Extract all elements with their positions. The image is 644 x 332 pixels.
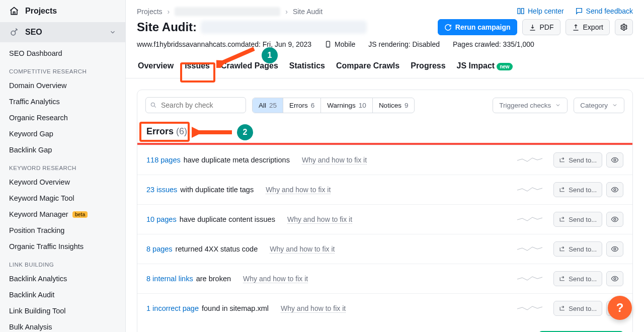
send-to-button[interactable]: Send to... [553, 212, 602, 227]
errors-title: Errors [146, 126, 174, 136]
issue-text: 10 pages have duplicate content issuesWh… [146, 215, 352, 224]
sidebar-item[interactable]: Keyword Managerbeta [0, 206, 125, 222]
issue-link[interactable]: 10 pages [146, 215, 177, 223]
visibility-button[interactable] [606, 271, 623, 286]
tab-compare-crawls[interactable]: Compare Crawls [335, 57, 400, 78]
sidebar-top[interactable]: Projects [0, 0, 125, 22]
eye-icon [611, 156, 619, 164]
visibility-button[interactable] [606, 152, 623, 168]
issue-rows: 118 pages have duplicate meta descriptio… [137, 145, 632, 323]
sidebar-item[interactable]: Keyword Gap [0, 126, 125, 142]
sidebar-item[interactable]: Bulk Analysis [0, 319, 125, 332]
chevron-down-icon [612, 102, 618, 108]
row-actions: Send to... [553, 271, 623, 286]
sidebar-item[interactable]: Traffic Analytics [0, 94, 125, 110]
sidebar-group-label: KEYWORD RESEARCH [0, 158, 125, 174]
upload-icon [572, 24, 580, 31]
sidebar-item[interactable]: Position Tracking [0, 222, 125, 238]
breadcrumb-root[interactable]: Projects [137, 8, 163, 16]
why-fix-link[interactable]: Why and how to fix it [287, 215, 352, 224]
issue-link[interactable]: 118 pages [146, 156, 181, 164]
chevron-right-icon: › [168, 8, 170, 16]
chevron-down-icon [555, 102, 561, 108]
tab-crawled-pages[interactable]: Crawled Pages [220, 57, 279, 78]
issue-description: have duplicate meta descriptions [184, 156, 290, 164]
why-fix-link[interactable]: Why and how to fix it [302, 156, 367, 164]
category-dropdown[interactable]: Category [574, 98, 624, 113]
visibility-button[interactable] [606, 212, 623, 227]
help-center-link[interactable]: Help center [517, 7, 564, 15]
issue-link[interactable]: 8 pages [146, 245, 173, 253]
issue-link[interactable]: 8 internal links [146, 275, 193, 283]
top-links: Help center Send feedback [517, 7, 633, 15]
share-icon [559, 216, 566, 223]
page-title-prefix: Site Audit: [137, 20, 197, 34]
sidebar-item[interactable]: SEO Dashboard [0, 45, 125, 61]
sidebar-item[interactable]: Backlink Analytics [0, 271, 125, 287]
sidebar-item[interactable]: Organic Traffic Insights [0, 238, 125, 255]
sidebar-item[interactable]: Keyword Overview [0, 174, 125, 190]
issue-description: returned 4XX status code [176, 245, 258, 253]
sidebar-item[interactable]: Backlink Audit [0, 287, 125, 303]
sidebar-item-label: Keyword Gap [9, 130, 53, 138]
tab-issues[interactable]: Issues [184, 57, 211, 78]
issue-text: 23 issues with duplicate title tagsWhy a… [146, 186, 331, 194]
sidebar-item[interactable]: Domain Overview [0, 77, 125, 94]
filter-label: Notices [379, 102, 401, 109]
filter-notices[interactable]: Notices9 [373, 98, 415, 113]
sidebar-item-label: Backlink Analytics [9, 275, 67, 283]
tab-overview[interactable]: Overview [137, 57, 175, 78]
issue-text: 8 pages returned 4XX status codeWhy and … [146, 245, 335, 254]
beta-badge: beta [72, 211, 88, 218]
tabs: OverviewIssuesCrawled PagesStatisticsCom… [126, 48, 644, 78]
svg-point-5 [614, 159, 616, 161]
issue-link[interactable]: 23 issues [146, 186, 177, 194]
search-input[interactable] [145, 97, 246, 113]
help-fab[interactable]: ? [608, 296, 632, 320]
send-to-button[interactable]: Send to... [553, 301, 602, 316]
send-to-button[interactable]: Send to... [553, 152, 602, 168]
triggered-checks-dropdown[interactable]: Triggered checks [493, 98, 568, 113]
filter-all[interactable]: All25 [253, 98, 283, 113]
why-fix-link[interactable]: Why and how to fix it [266, 186, 331, 194]
tab-js-impact[interactable]: JS Impactnew [456, 57, 514, 78]
category-label: Category [580, 102, 608, 109]
issue-text: 8 internal links are brokenWhy and how t… [146, 275, 308, 283]
tab-progress[interactable]: Progress [410, 57, 446, 78]
send-feedback-link[interactable]: Send feedback [575, 7, 633, 15]
svg-point-9 [614, 278, 616, 280]
visibility-button[interactable] [606, 241, 623, 257]
filter-count: 25 [269, 102, 277, 109]
sidebar: Projects SEO SEO DashboardCOMPETITIVE RE… [0, 0, 126, 332]
why-fix-link[interactable]: Why and how to fix it [243, 275, 308, 283]
sidebar-item[interactable]: Keyword Magic Tool [0, 190, 125, 206]
rerun-campaign-button[interactable]: Rerun campaign [438, 19, 517, 35]
errors-section-header: Errors (6) 2 [137, 120, 632, 143]
sidebar-item[interactable]: Link Building Tool [0, 303, 125, 319]
pdf-button[interactable]: PDF [522, 19, 560, 35]
sidebar-item-label: Organic Research [9, 114, 68, 122]
send-to-button[interactable]: Send to... [553, 241, 602, 257]
filter-count: 9 [405, 102, 409, 109]
send-to-button[interactable]: Send to... [553, 182, 602, 197]
export-button[interactable]: Export [566, 19, 610, 35]
issue-link[interactable]: 1 incorrect page [146, 304, 199, 312]
send-feedback-label: Send feedback [586, 7, 633, 15]
header-row: Site Audit: Rerun campaign PDF Export [126, 16, 644, 35]
sidebar-section-seo[interactable]: SEO [0, 22, 125, 42]
sidebar-item[interactable]: Backlink Gap [0, 142, 125, 158]
sidebar-item[interactable]: Organic Research [0, 110, 125, 126]
filter-warnings[interactable]: Warnings10 [321, 98, 373, 113]
visibility-button[interactable] [606, 182, 623, 197]
issue-description: have duplicate content issues [180, 215, 275, 223]
errors-title-wrap: Errors (6) [146, 126, 187, 137]
issue-text: 1 incorrect page found in sitemap.xmlWhy… [146, 304, 346, 313]
annotation-arrow-2: 2 [192, 124, 253, 140]
filter-errors[interactable]: Errors6 [283, 98, 321, 113]
settings-button[interactable] [615, 19, 633, 35]
why-fix-link[interactable]: Why and how to fix it [281, 304, 346, 313]
tab-statistics[interactable]: Statistics [288, 57, 326, 78]
rerun-label: Rerun campaign [455, 23, 511, 31]
why-fix-link[interactable]: Why and how to fix it [270, 245, 335, 254]
send-to-button[interactable]: Send to... [553, 271, 602, 286]
